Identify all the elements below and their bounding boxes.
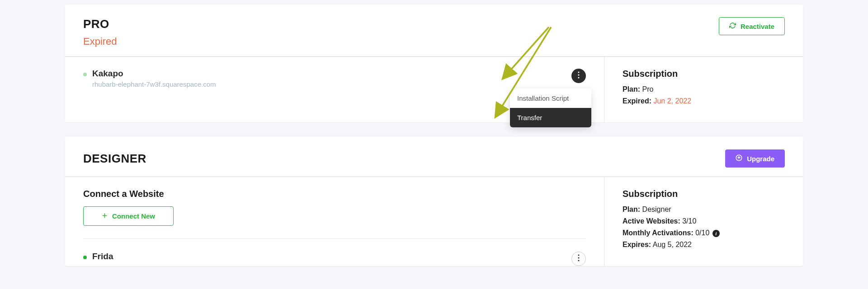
subscription-monthly-line: Monthly Activations: 0/10 i [623, 229, 785, 237]
pro-card: PRO Expired Reactivate Kakapo rhubarb-el… [65, 5, 803, 122]
more-vertical-icon [578, 254, 580, 263]
pro-left-col: Kakapo rhubarb-elephant-7w3f.squarespace… [65, 57, 604, 122]
more-vertical-icon [578, 71, 580, 80]
dropdown-item-install-script[interactable]: Installation Script [510, 89, 591, 108]
site-info: Kakapo rhubarb-elephant-7w3f.squarespace… [92, 69, 566, 88]
expired-value: Jun 2, 2022 [653, 97, 691, 105]
plan-status: Expired [83, 36, 117, 47]
pro-right-col: Subscription Plan: Pro Expired: Jun 2, 2… [604, 57, 803, 122]
site-domain[interactable]: rhubarb-elephant-7w3f.squarespace.com [92, 80, 566, 88]
expires-value: Aug 5, 2022 [653, 241, 692, 248]
connect-new-button[interactable]: Connect New [83, 206, 174, 226]
svg-point-11 [578, 260, 579, 261]
plan-value: Pro [642, 85, 654, 93]
upgrade-button[interactable]: Upgrade [725, 149, 785, 168]
subscription-heading: Subscription [623, 69, 785, 79]
more-button[interactable]: Installation Script Transfer [571, 69, 586, 83]
site-row: Kakapo rhubarb-elephant-7w3f.squarespace… [83, 69, 586, 88]
pro-card-body: Kakapo rhubarb-elephant-7w3f.squarespace… [65, 57, 803, 122]
reactivate-button[interactable]: Reactivate [719, 17, 785, 35]
connect-new-label: Connect New [112, 212, 155, 220]
info-icon[interactable]: i [712, 230, 720, 237]
designer-right-col: Subscription Plan: Designer Active Websi… [604, 177, 803, 266]
refresh-icon [729, 22, 736, 30]
more-button[interactable] [571, 252, 586, 266]
designer-card-body: Connect a Website Connect New Frida [65, 177, 803, 266]
subscription-expired-line: Expired: Jun 2, 2022 [623, 97, 785, 105]
connect-heading: Connect a Website [83, 189, 586, 199]
designer-card: DESIGNER Upgrade Connect a Website Conne… [65, 137, 803, 266]
monthly-label: Monthly Activations: [623, 229, 693, 237]
svg-point-0 [578, 71, 579, 73]
site-info: Frida [92, 252, 566, 261]
pro-title-block: PRO Expired [83, 17, 117, 47]
status-dot-icon [83, 73, 87, 76]
subscription-plan-line: Plan: Designer [623, 205, 785, 214]
site-name: Kakapo [92, 69, 566, 79]
subscription-heading: Subscription [623, 189, 785, 199]
subscription-expires-line: Expires: Aug 5, 2022 [623, 241, 785, 249]
upgrade-label: Upgrade [747, 155, 774, 163]
plus-icon [102, 212, 108, 220]
plan-title: PRO [83, 17, 117, 31]
active-label: Active Websites: [623, 217, 680, 225]
site-list-section: Frida [83, 238, 586, 266]
plan-label: Plan: [623, 205, 640, 213]
site-name: Frida [92, 252, 566, 261]
svg-point-1 [578, 74, 579, 75]
expires-label: Expires: [623, 241, 651, 248]
svg-point-10 [578, 257, 579, 258]
plan-value: Designer [642, 205, 671, 213]
svg-point-9 [578, 254, 579, 256]
site-actions-dropdown: Installation Script Transfer [510, 89, 591, 127]
subscription-plan-line: Plan: Pro [623, 85, 785, 93]
monthly-value: 0/10 [695, 229, 709, 237]
subscription-active-line: Active Websites: 3/10 [623, 217, 785, 225]
dropdown-item-transfer[interactable]: Transfer [510, 108, 591, 127]
site-row: Frida [83, 252, 586, 266]
upload-circle-icon [736, 154, 742, 163]
svg-point-2 [578, 77, 579, 78]
plan-label: Plan: [623, 85, 640, 93]
designer-left-col: Connect a Website Connect New Frida [65, 177, 604, 266]
plan-title: DESIGNER [83, 152, 146, 166]
reactivate-label: Reactivate [741, 23, 774, 30]
expired-label: Expired: [623, 97, 651, 105]
pro-card-header: PRO Expired Reactivate [65, 5, 803, 56]
designer-card-header: DESIGNER Upgrade [65, 137, 803, 177]
active-value: 3/10 [682, 217, 696, 225]
status-dot-icon [83, 256, 87, 259]
